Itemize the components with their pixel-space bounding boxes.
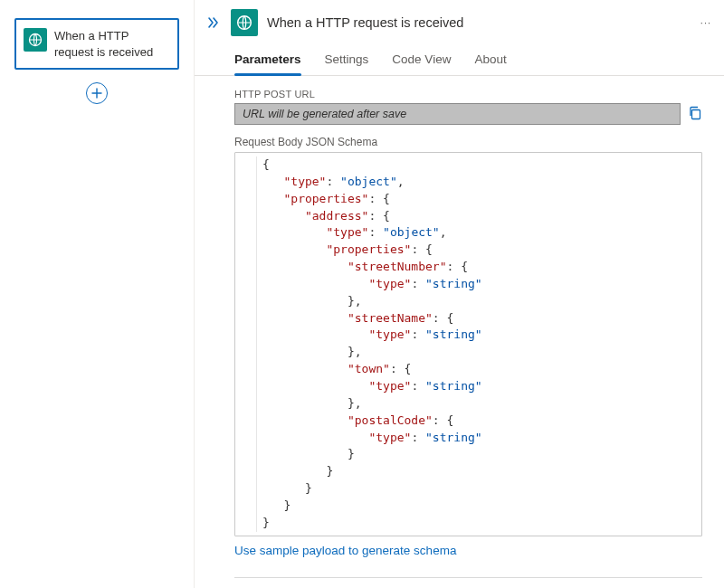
http-url-label: HTTP POST URL [234,89,702,100]
tab-settings[interactable]: Settings [325,52,369,75]
copy-url-button[interactable] [688,106,702,123]
http-url-field: URL will be generated after save [234,103,681,125]
tab-bar: Parameters Settings Code View About [195,43,724,76]
tab-about[interactable]: About [474,52,506,75]
svg-rect-2 [692,109,700,119]
trigger-node-label: When a HTTP request is received [54,28,170,60]
tab-parameters[interactable]: Parameters [234,52,301,75]
http-trigger-icon [24,28,47,52]
add-step-button[interactable] [86,82,108,104]
tab-codeview[interactable]: Code View [392,52,451,75]
schema-editor[interactable]: { "type": "object", "properties": { "add… [234,152,702,536]
panel-title: When a HTTP request is received [267,15,691,30]
canvas-pane: When a HTTP request is received [0,0,195,588]
collapse-panel-button[interactable] [204,16,222,29]
trigger-node[interactable]: When a HTTP request is received [14,18,179,70]
divider [234,577,702,578]
schema-label: Request Body JSON Schema [234,136,702,148]
details-panel: When a HTTP request is received ··· Para… [195,0,724,588]
sample-payload-link[interactable]: Use sample payload to generate schema [234,544,456,557]
http-trigger-icon [231,9,258,36]
panel-menu-button[interactable]: ··· [700,17,711,28]
